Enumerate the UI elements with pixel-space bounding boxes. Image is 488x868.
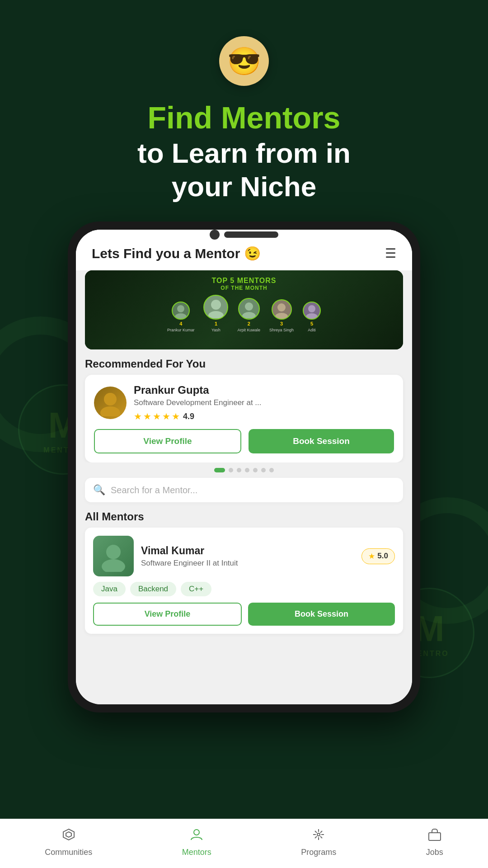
svg-line-23 <box>320 836 322 838</box>
mentor-rating: ★ ★ ★ ★ ★ 4.9 <box>134 411 394 422</box>
search-bar[interactable]: 🔍 Search for a Mentor... <box>85 478 403 502</box>
mentor-avatar <box>94 387 127 419</box>
mentor-list-name: Vimal Kumar <box>141 545 354 557</box>
dot-2[interactable] <box>229 468 233 472</box>
svg-line-24 <box>320 831 322 833</box>
skill-tag-cpp: C++ <box>181 582 211 596</box>
banner-title-line1: TOP 5 MENTORS <box>212 277 277 285</box>
nav-jobs[interactable]: Jobs <box>426 827 443 857</box>
banner-mentors-row: 4 Prankur Kumar 1 Yash <box>167 295 321 332</box>
dot-5[interactable] <box>253 468 258 472</box>
mentor-list-rating-num: 5.0 <box>377 552 388 561</box>
skill-tag-backend: Backend <box>130 582 176 596</box>
list-view-profile-button[interactable]: View Profile <box>93 603 242 626</box>
mentor-list-item: Vimal Kumar Software Engineer II at Intu… <box>85 528 403 634</box>
mentors-icon <box>189 827 204 845</box>
svg-marker-15 <box>66 832 71 837</box>
svg-point-13 <box>102 559 125 572</box>
banner-mentor-4: 4 Prankur Kumar <box>167 302 195 332</box>
nav-mentors-label: Mentors <box>182 848 211 857</box>
list-book-session-button[interactable]: Book Session <box>248 603 395 626</box>
all-mentors-section-header: All Mentors <box>76 509 412 528</box>
phone-camera <box>210 230 220 240</box>
svg-point-8 <box>308 305 315 312</box>
svg-point-17 <box>317 833 320 836</box>
nav-programs[interactable]: Programs <box>301 827 336 857</box>
app-header-title: Lets Find you a Mentor 😉 <box>92 245 261 261</box>
dot-1[interactable] <box>214 468 225 472</box>
banner-mentor-2: 2 Arpit Kuwale <box>237 298 260 332</box>
view-profile-button[interactable]: View Profile <box>94 429 241 453</box>
svg-point-16 <box>194 830 199 835</box>
carousel-dots <box>76 462 412 478</box>
svg-point-10 <box>104 393 117 406</box>
mentor-card-top: Prankur Gupta Software Development Engin… <box>94 384 394 422</box>
mentor-rating-num: 4.9 <box>183 412 194 421</box>
svg-point-7 <box>275 313 288 319</box>
nav-jobs-label: Jobs <box>426 848 443 857</box>
svg-point-0 <box>177 305 184 312</box>
banner-mentor-5: 5 Aditi <box>303 302 321 332</box>
phone-frame: Lets Find you a Mentor 😉 ☰ TOP 5 MENTORS… <box>68 222 420 712</box>
svg-point-9 <box>306 313 318 319</box>
hero-title-white-2: your Niche <box>137 170 351 203</box>
mentor-list-role: Software Engineer II at Intuit <box>141 559 354 568</box>
recommended-section-header: Recommended For You <box>76 349 412 375</box>
dot-7[interactable] <box>269 468 274 472</box>
banner-mentor-3: 3 Shreya Singh <box>269 299 294 332</box>
svg-point-1 <box>175 313 187 319</box>
nav-communities-label: Communities <box>45 848 92 857</box>
recommended-mentor-card: Prankur Gupta Software Development Engin… <box>85 375 403 462</box>
mentor-skill-tags: Java Backend C++ <box>93 582 395 596</box>
dot-6[interactable] <box>261 468 266 472</box>
hero-title: Find Mentors to Learn from in your Niche <box>137 99 351 203</box>
search-icon: 🔍 <box>93 484 105 496</box>
hero-title-white-1: to Learn from in <box>137 137 351 170</box>
banner-mentor-1: 1 Yash <box>203 295 228 332</box>
svg-line-22 <box>315 831 317 833</box>
dot-3[interactable] <box>237 468 241 472</box>
svg-point-6 <box>277 303 286 311</box>
hero-section: 😎 Find Mentors to Learn from in your Nic… <box>0 0 488 222</box>
svg-point-4 <box>245 302 253 311</box>
svg-point-3 <box>208 311 224 318</box>
programs-icon <box>311 827 326 845</box>
hero-title-green: Find Mentors <box>137 99 351 137</box>
top-mentors-banner: TOP 5 MENTORS OF THE MONTH 4 Prankur Kum… <box>85 270 403 349</box>
book-session-button[interactable]: Book Session <box>249 429 394 453</box>
svg-rect-26 <box>429 833 441 840</box>
mentor-list-avatar <box>93 536 134 576</box>
app-content: Lets Find you a Mentor 😉 ☰ TOP 5 MENTORS… <box>76 230 412 704</box>
svg-point-2 <box>211 300 221 310</box>
mentor-card-actions: View Profile Book Session <box>94 429 394 453</box>
mentor-name: Prankur Gupta <box>134 384 394 396</box>
svg-line-25 <box>315 836 317 838</box>
svg-point-12 <box>106 545 121 559</box>
hero-emoji: 😎 <box>219 36 269 86</box>
mentor-info: Prankur Gupta Software Development Engin… <box>134 384 394 422</box>
mentor-list-top: Vimal Kumar Software Engineer II at Intu… <box>93 536 395 576</box>
svg-point-5 <box>242 312 256 318</box>
nav-mentors[interactable]: Mentors <box>182 827 211 857</box>
nav-programs-label: Programs <box>301 848 336 857</box>
search-placeholder[interactable]: Search for a Mentor... <box>111 485 197 495</box>
mentor-list-info: Vimal Kumar Software Engineer II at Intu… <box>141 545 354 568</box>
skill-tag-java: Java <box>93 582 126 596</box>
dot-4[interactable] <box>245 468 249 472</box>
mentor-list-actions: View Profile Book Session <box>93 603 395 626</box>
mentor-list-rating-badge: ★ 5.0 <box>361 548 395 564</box>
communities-icon <box>61 827 76 845</box>
bottom-navigation: Communities Mentors Programs <box>0 819 488 868</box>
svg-point-11 <box>100 406 120 416</box>
nav-communities[interactable]: Communities <box>45 827 92 857</box>
mentor-role: Software Development Engineer at ... <box>134 398 394 407</box>
phone-speaker <box>224 231 278 238</box>
phone-mockup: Lets Find you a Mentor 😉 ☰ TOP 5 MENTORS… <box>68 222 420 712</box>
phone-screen: Lets Find you a Mentor 😉 ☰ TOP 5 MENTORS… <box>76 230 412 704</box>
menu-icon[interactable]: ☰ <box>385 246 396 261</box>
svg-marker-14 <box>63 829 74 840</box>
phone-notch <box>210 230 278 240</box>
banner-title-line2: OF THE MONTH <box>221 285 267 291</box>
jobs-icon <box>427 827 442 845</box>
